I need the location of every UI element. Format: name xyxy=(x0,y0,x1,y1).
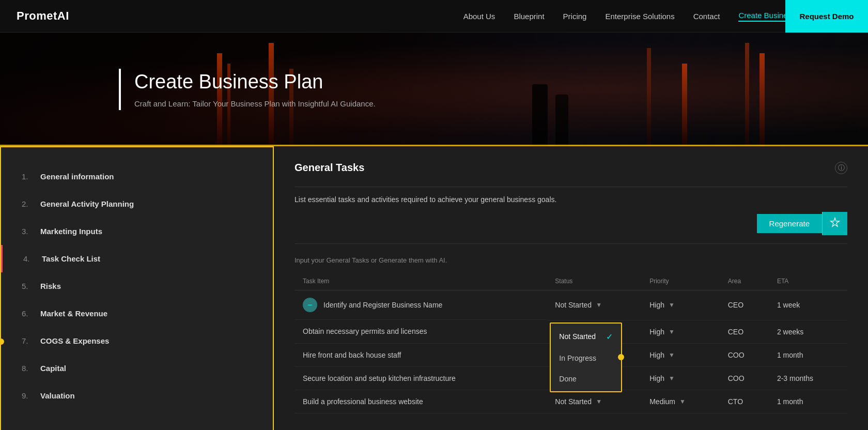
chevron-down-icon: ▼ xyxy=(596,301,602,309)
hero-accent-line xyxy=(119,69,121,110)
eta-cell: 2 weeks xyxy=(769,320,847,343)
sidebar-num-4: 4. xyxy=(23,254,34,263)
th-status: Status xyxy=(547,272,641,290)
sidebar-label-7: COGS & Expenses xyxy=(40,336,109,345)
dropdown-option-not-started[interactable]: Not Started ✓ xyxy=(551,326,621,348)
area-cell: CEO xyxy=(720,320,769,343)
remove-task-button[interactable]: − xyxy=(303,298,317,312)
sidebar-item-4[interactable]: 4. Task Check List xyxy=(1,245,273,272)
hero-section: Create Business Plan Craft and Learn: Ta… xyxy=(0,33,868,146)
sidebar-num-2: 2. xyxy=(22,199,32,208)
chevron-down-icon: ▼ xyxy=(669,375,675,382)
sidebar-item-7[interactable]: 7. COGS & Expenses xyxy=(1,327,273,355)
eta-cell: 1 month xyxy=(769,390,847,413)
eta-cell: 2-3 months xyxy=(769,366,847,390)
sidebar: 1. General information 2. General Activi… xyxy=(0,146,274,430)
area-cell: CTO xyxy=(720,390,769,413)
task-table: Task Item Status Priority Area ETA − Ide… xyxy=(295,272,847,413)
hint-text: Input your General Tasks or Generate the… xyxy=(295,256,847,264)
sidebar-label-9: Valuation xyxy=(40,391,75,400)
th-area: Area xyxy=(720,272,769,290)
request-demo-button[interactable]: Request Demo xyxy=(785,0,868,33)
sidebar-label-3: Marketing Inputs xyxy=(40,227,102,236)
task-name: Secure location and setup kitchen infras… xyxy=(303,374,456,382)
th-task-item: Task Item xyxy=(295,272,547,290)
sidebar-item-5[interactable]: 5. Risks xyxy=(1,272,273,300)
dropdown-option-in-progress[interactable]: In Progress xyxy=(551,348,621,368)
task-name: Build a professional business website xyxy=(303,397,423,406)
sidebar-label-8: Capital xyxy=(40,364,66,373)
section-title: General Tasks xyxy=(295,162,364,174)
sidebar-num-9: 9. xyxy=(22,391,32,400)
main-layout: 1. General information 2. General Activi… xyxy=(0,146,868,430)
chevron-down-icon: ▼ xyxy=(596,398,602,405)
chevron-down-icon: ▼ xyxy=(679,398,686,405)
section-header: General Tasks ⓘ xyxy=(295,162,847,174)
sidebar-num-8: 8. xyxy=(22,364,32,373)
nav-enterprise[interactable]: Enterprise Solutions xyxy=(605,12,674,21)
dropdown-dot xyxy=(618,354,624,360)
th-priority: Priority xyxy=(641,272,720,290)
logo: PrometAI xyxy=(17,9,69,23)
table-row: Build a professional business website No… xyxy=(295,390,847,413)
sidebar-item-2[interactable]: 2. General Activity Planning xyxy=(1,190,273,218)
sidebar-label-4: Task Check List xyxy=(42,254,100,263)
table-row: Obtain necessary permits and licenses No… xyxy=(295,320,847,343)
priority-select[interactable]: High ▼ xyxy=(649,328,711,336)
sidebar-label-5: Risks xyxy=(40,282,61,290)
content-area: General Tasks ⓘ List essential tasks and… xyxy=(274,146,868,430)
area-cell: CEO xyxy=(720,290,769,320)
hero-subtitle: Craft and Learn: Tailor Your Business Pl… xyxy=(134,99,376,108)
eta-cell: 1 week xyxy=(769,290,847,320)
sidebar-num-1: 1. xyxy=(22,172,32,181)
regenerate-button[interactable]: Regenerate xyxy=(757,214,822,233)
info-icon[interactable]: ⓘ xyxy=(835,162,847,174)
dropdown-option-done[interactable]: Done xyxy=(551,368,621,389)
eta-cell: 1 month xyxy=(769,343,847,366)
task-name: Hire front and back house staff xyxy=(303,351,401,359)
sidebar-item-9[interactable]: 9. Valuation xyxy=(1,382,273,409)
sidebar-item-8[interactable]: 8. Capital xyxy=(1,355,273,382)
nav-contact[interactable]: Contact xyxy=(693,12,720,21)
sidebar-item-3[interactable]: 3. Marketing Inputs xyxy=(1,218,273,245)
sidebar-num-3: 3. xyxy=(22,227,32,236)
priority-select[interactable]: High ▼ xyxy=(649,351,711,359)
status-dropdown-menu: Not Started ✓ In Progress Done xyxy=(550,323,622,392)
hero-title: Create Business Plan xyxy=(134,71,376,93)
nav-blueprint[interactable]: Blueprint xyxy=(514,12,544,21)
dropdown-wrapper: Not Started ▼ Not Started ✓ xyxy=(555,328,633,336)
status-select[interactable]: Not Started ▼ xyxy=(555,301,633,309)
sidebar-num-7: 7. xyxy=(22,336,32,345)
area-cell: COO xyxy=(720,366,769,390)
task-name: Obtain necessary permits and licenses xyxy=(303,327,427,335)
area-cell: COO xyxy=(720,343,769,366)
nav-pricing[interactable]: Pricing xyxy=(563,12,587,21)
sidebar-item-1[interactable]: 1. General information xyxy=(1,163,273,190)
nav-about[interactable]: About Us xyxy=(463,12,495,21)
section-description: List essential tasks and activities requ… xyxy=(295,187,847,244)
hero-content: Create Business Plan Craft and Learn: Ta… xyxy=(134,71,376,108)
sidebar-label-6: Market & Revenue xyxy=(40,309,107,318)
status-select[interactable]: Not Started ▼ xyxy=(555,397,633,406)
table-row: − Identify and Register Business Name No… xyxy=(295,290,847,320)
task-name: Identify and Register Business Name xyxy=(323,301,442,309)
regenerate-ai-button[interactable] xyxy=(822,212,847,235)
sidebar-item-6[interactable]: 6. Market & Revenue xyxy=(1,300,273,327)
priority-select[interactable]: High ▼ xyxy=(649,301,711,309)
priority-select[interactable]: Medium ▼ xyxy=(649,397,711,406)
sidebar-label-1: General information xyxy=(40,172,114,181)
sidebar-label-2: General Activity Planning xyxy=(40,199,134,208)
chevron-down-icon: ▼ xyxy=(669,301,675,309)
priority-select[interactable]: High ▼ xyxy=(649,374,711,382)
checkmark-icon: ✓ xyxy=(606,332,613,342)
sidebar-num-6: 6. xyxy=(22,309,32,318)
chevron-down-icon: ▼ xyxy=(669,328,675,335)
chevron-down-icon: ▼ xyxy=(669,351,675,359)
th-eta: ETA xyxy=(769,272,847,290)
navbar: PrometAI About Us Blueprint Pricing Ente… xyxy=(0,0,868,33)
sidebar-num-5: 5. xyxy=(22,282,32,290)
